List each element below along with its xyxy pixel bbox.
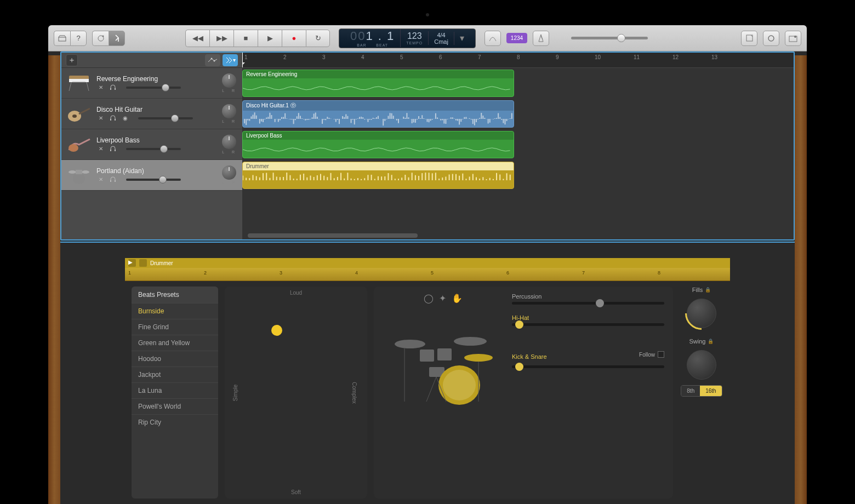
preset-item[interactable]: Burnside [132, 303, 218, 319]
record-button[interactable]: ● [282, 30, 306, 47]
track-header[interactable]: Liverpool Bass ✕ L R [61, 129, 242, 160]
lock-icon[interactable]: 🔒 [705, 287, 711, 293]
tambourine-icon[interactable]: ◯ [424, 293, 434, 303]
drummer-editor: ▶ Drummer 12345678 Beats Presets Burnsid… [125, 258, 730, 504]
region-tool-icon[interactable] [139, 259, 147, 267]
svg-rect-14 [110, 88, 111, 90]
preset-item[interactable]: Green and Yellow [132, 335, 218, 351]
volume-slider[interactable] [126, 87, 181, 89]
region-play-icon[interactable]: ▶ [128, 259, 136, 267]
quick-help-button[interactable]: ? [70, 31, 87, 46]
kicksnare-slider[interactable] [512, 365, 664, 368]
pan-knob[interactable] [222, 165, 236, 180]
pan-knob[interactable] [222, 135, 236, 149]
lcd-display[interactable]: 001 . 1BAR BEAT 123TEMPO 4/4Cmaj ▾ [339, 28, 476, 48]
eighth-button[interactable]: 8th [681, 386, 700, 396]
bar-ruler[interactable]: 12345678910111213 [242, 53, 794, 68]
solo-headphone-button[interactable] [109, 145, 117, 153]
loop-browser-button[interactable] [763, 31, 779, 46]
preset-item[interactable]: La Luna [132, 382, 218, 398]
preset-item[interactable]: Hoodoo [132, 351, 218, 366]
region-lane[interactable]: Reverse Engineering [242, 68, 794, 99]
forward-button[interactable]: ▶▶ [209, 30, 233, 47]
swing-knob[interactable] [687, 350, 716, 380]
clap-icon[interactable]: ✋ [452, 293, 463, 303]
media-browser-button[interactable] [785, 31, 801, 46]
region-lane[interactable]: Liverpool Bass [242, 129, 794, 160]
svg-rect-29 [115, 180, 116, 182]
metronome-button[interactable] [533, 31, 549, 46]
track-header[interactable]: Disco Hit Guitar ✕ ◉ L R [61, 99, 242, 129]
rewind-button[interactable]: ◀◀ [185, 30, 209, 47]
preset-item[interactable]: Fine Grind [132, 319, 218, 335]
xy-label-complex: Complex [351, 382, 357, 403]
drummer-ruler[interactable]: 12345678 [125, 268, 730, 281]
editors-button[interactable] [109, 31, 125, 46]
mute-button[interactable]: ✕ [96, 176, 105, 184]
drummer-ruler-bar: 8 [658, 270, 660, 276]
mute-button[interactable]: ✕ [96, 145, 105, 153]
add-track-button[interactable]: ＋ [66, 54, 78, 66]
mute-button[interactable]: ✕ [96, 114, 105, 122]
mute-button[interactable]: ✕ [96, 84, 105, 91]
track-header[interactable]: Reverse Engineering ✕ L R [61, 68, 242, 99]
audio-region[interactable]: Drummer [242, 162, 514, 189]
track-name: Reverse Engineering [96, 75, 218, 83]
xy-puck[interactable] [271, 325, 282, 336]
svg-rect-0 [59, 37, 66, 41]
region-lane[interactable]: Drummer [242, 160, 794, 191]
play-button[interactable]: ▶ [258, 30, 282, 47]
smart-controls-button[interactable] [92, 31, 109, 46]
ruler-bar-number: 2 [283, 54, 287, 60]
solo-headphone-button[interactable] [109, 176, 117, 184]
shaker-icon[interactable]: ✦ [439, 293, 446, 303]
drummer-ruler-bar: 2 [204, 270, 207, 276]
audio-region[interactable]: Liverpool Bass [242, 131, 514, 158]
fills-knob[interactable] [687, 299, 716, 328]
pan-knob[interactable] [222, 104, 236, 118]
xy-label-simple: Simple [232, 384, 238, 401]
preset-item[interactable]: Powell's World [132, 398, 218, 414]
volume-slider[interactable] [126, 148, 181, 150]
notepad-button[interactable] [741, 31, 757, 46]
tuner-button[interactable] [485, 31, 501, 46]
xy-performance-pad[interactable]: Loud Soft Simple Complex [225, 287, 367, 499]
percussion-slider[interactable] [512, 302, 664, 305]
region-lane[interactable]: Disco Hit Guitar.1 ⓞ [242, 99, 794, 129]
pan-lr-label: L R [222, 150, 238, 154]
wood-side-left [48, 55, 60, 504]
master-volume-slider[interactable] [571, 37, 648, 39]
audio-region[interactable]: Reverse Engineering [242, 70, 514, 97]
automation-toggle[interactable] [205, 54, 220, 66]
volume-slider[interactable] [126, 179, 181, 181]
input-monitor-button[interactable]: ◉ [121, 114, 129, 122]
track-header[interactable]: Portland (Aidan) ✕ L R [61, 160, 242, 191]
sixteenth-button[interactable]: 16th [700, 386, 721, 396]
arrange-area: ＋ ▾ Reverse Engineering ✕ L R Disco Hit … [60, 51, 795, 240]
preset-item[interactable]: Rip City [132, 414, 218, 430]
ruler-bar-number: 9 [556, 54, 559, 60]
volume-slider[interactable] [138, 117, 193, 119]
swing-label: Swing [689, 338, 706, 345]
svg-rect-28 [110, 180, 111, 182]
drum-kit-visual[interactable]: ◯ ✦ ✋ [383, 293, 503, 492]
preset-item[interactable]: Jackpot [132, 366, 218, 382]
hihat-slider[interactable] [512, 323, 664, 326]
count-in-button[interactable]: 1234 [506, 33, 527, 43]
region-title: Drummer [243, 162, 514, 170]
ruler-bar-number: 6 [439, 54, 442, 60]
track-instrument-icon [66, 133, 92, 156]
horizontal-scrollbar[interactable] [248, 233, 418, 238]
cycle-button[interactable]: ↻ [306, 30, 330, 47]
catch-playhead-toggle[interactable]: ▾ [223, 54, 238, 66]
follow-toggle[interactable]: Follow [639, 351, 664, 358]
playhead[interactable] [242, 53, 243, 67]
solo-headphone-button[interactable] [109, 114, 117, 122]
lock-icon[interactable]: 🔒 [708, 339, 714, 344]
audio-region[interactable]: Disco Hit Guitar.1 ⓞ [242, 100, 514, 128]
pan-knob[interactable] [222, 73, 236, 88]
library-button[interactable] [54, 31, 70, 46]
track-region-area[interactable]: 12345678910111213 Reverse EngineeringDis… [242, 53, 794, 239]
solo-headphone-button[interactable] [109, 84, 117, 91]
stop-button[interactable]: ■ [233, 30, 258, 47]
